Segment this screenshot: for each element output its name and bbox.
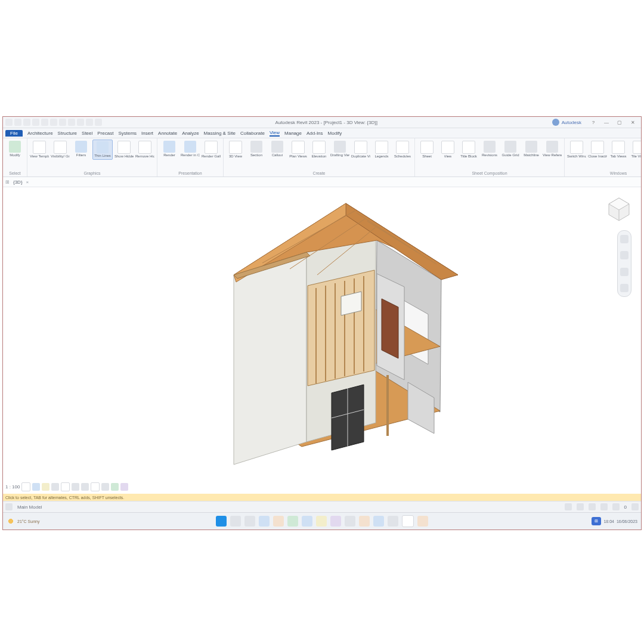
qat-open-icon[interactable] — [41, 119, 48, 126]
worksharing-icon[interactable] — [120, 483, 128, 491]
tool-thin-lines[interactable]: Thin Lines — [92, 140, 113, 160]
select-pinned-icon[interactable] — [589, 503, 596, 510]
tab-structure[interactable]: Structure — [58, 131, 77, 136]
tab-analyze[interactable]: Analyze — [182, 131, 199, 136]
nav-pan-icon[interactable] — [620, 251, 628, 259]
tool-drafting-view[interactable]: Drafting View — [330, 140, 349, 159]
user-avatar-icon[interactable] — [552, 119, 559, 126]
select-face-icon[interactable] — [600, 503, 608, 510]
tool-duplicate-view[interactable]: Duplicate View — [351, 140, 370, 160]
tab-modify[interactable]: Modify — [328, 131, 342, 136]
unlock-3d-icon[interactable] — [91, 482, 100, 491]
tool-close-inactive[interactable]: Close Inactive — [588, 140, 607, 160]
tab-annotate[interactable]: Annotate — [158, 131, 177, 136]
powerpoint-icon[interactable] — [359, 516, 370, 527]
view-scale[interactable]: 1 : 100 — [5, 484, 20, 490]
drawing-viewport[interactable]: 1 : 100 — [3, 187, 641, 494]
tool-render-gallery[interactable]: Render Gallery — [202, 140, 221, 160]
worksets-icon[interactable] — [5, 503, 13, 510]
qat-sync-icon[interactable] — [50, 119, 57, 126]
tool-legends[interactable]: Legends — [372, 140, 391, 160]
shadows-icon[interactable] — [51, 483, 59, 491]
quick-access-toolbar[interactable] — [3, 119, 104, 126]
help-icon[interactable]: ? — [587, 119, 599, 126]
crop-view-icon[interactable] — [72, 483, 79, 491]
tool-modify[interactable]: Modify — [5, 140, 24, 159]
tool-sheet[interactable]: Sheet — [417, 140, 436, 160]
outlook-icon[interactable] — [345, 516, 355, 527]
vscode-icon[interactable] — [373, 516, 384, 527]
visual-style-icon[interactable] — [32, 483, 40, 491]
qat-print-icon[interactable] — [32, 119, 39, 126]
minimize-button[interactable]: ― — [600, 119, 612, 126]
excel-icon[interactable] — [287, 516, 298, 527]
temp-hide-icon[interactable] — [101, 483, 109, 491]
tool-tab-views[interactable]: Tab Views — [609, 140, 628, 160]
tool-title-block[interactable]: Title Block — [459, 140, 478, 160]
chrome-icon[interactable] — [316, 516, 327, 527]
word-icon[interactable] — [302, 516, 312, 527]
qat-undo-icon[interactable] — [14, 119, 21, 126]
tool-render-in-cloud[interactable]: Render in Cloud — [181, 140, 200, 159]
tool-guide-grid[interactable]: Guide Grid — [501, 140, 520, 159]
search-icon[interactable] — [230, 516, 241, 527]
tab-architecture[interactable]: Architecture — [27, 131, 53, 136]
tray-widget-icon[interactable]: ⊞ — [592, 517, 601, 525]
rendering-icon[interactable] — [61, 482, 70, 491]
tab-collaborate[interactable]: Collaborate — [240, 131, 265, 136]
qat-redo-icon[interactable] — [23, 119, 30, 126]
tool-switch-windows[interactable]: Switch Windows — [567, 140, 586, 160]
tool-tile-views[interactable]: Tile Views — [630, 140, 641, 160]
system-tray[interactable]: ⊞ 18:04 16/06/2023 — [592, 517, 637, 525]
tab-steel[interactable]: Steel — [82, 131, 92, 136]
revit-icon[interactable] — [388, 516, 398, 527]
maximize-button[interactable]: ▢ — [614, 119, 626, 126]
tool-section[interactable]: Section — [247, 140, 266, 159]
tool-show-hidden-lines[interactable]: Show Hidden Lines — [114, 140, 134, 160]
tool-render[interactable]: Render — [160, 140, 179, 159]
edge-icon[interactable] — [273, 516, 284, 527]
3d-model[interactable] — [167, 187, 477, 484]
tool-visibility-graphics[interactable]: Visibility/ Graphics — [51, 140, 70, 160]
tab-precast[interactable]: Precast — [97, 131, 113, 136]
tool-plan-views[interactable]: Plan Views — [289, 140, 308, 160]
taskview-icon[interactable] — [244, 516, 255, 527]
tool-view-reference[interactable]: View Reference — [543, 140, 562, 159]
weather-widget[interactable]: 21°C Sunny — [7, 517, 39, 525]
start-button[interactable] — [216, 516, 227, 527]
tool-filters[interactable]: Filters — [72, 140, 91, 159]
main-model-label[interactable]: Main Model — [17, 504, 42, 510]
viewcube[interactable] — [605, 196, 633, 223]
notepad-icon[interactable] — [402, 515, 414, 527]
qat-measure-icon[interactable] — [59, 119, 66, 126]
tab-addins[interactable]: Add-Ins — [306, 131, 323, 136]
tab-insert[interactable]: Insert — [141, 131, 153, 136]
view-tab-close-icon[interactable]: × — [26, 179, 29, 185]
qat-tag-icon[interactable] — [77, 119, 84, 126]
user-area[interactable]: Autodesk — [549, 119, 585, 126]
sun-path-icon[interactable] — [42, 483, 49, 491]
tool-view[interactable]: View — [438, 140, 457, 160]
nav-orbit-icon[interactable] — [620, 284, 628, 292]
nav-zoom-icon[interactable] — [620, 268, 628, 276]
select-underlay-icon[interactable] — [577, 503, 584, 510]
qat-more-icon[interactable] — [95, 119, 102, 126]
tool-matchline[interactable]: Matchline — [522, 140, 541, 159]
autocad-icon[interactable] — [417, 516, 428, 527]
reveal-hidden-icon[interactable] — [111, 483, 119, 491]
explorer-icon[interactable] — [259, 516, 270, 527]
tab-view[interactable]: View — [270, 130, 280, 137]
qat-save-icon[interactable] — [5, 119, 13, 126]
properties-collapse-icon[interactable]: ⊞ — [5, 179, 10, 185]
tab-systems[interactable]: Systems — [118, 131, 137, 136]
crop-region-icon[interactable] — [81, 483, 89, 491]
tool-revisions[interactable]: Revisions — [480, 140, 499, 159]
qat-text-icon[interactable] — [86, 119, 93, 126]
file-tab[interactable]: File — [5, 130, 23, 137]
nav-wheel-icon[interactable] — [620, 235, 628, 243]
drag-elements-icon[interactable] — [612, 503, 620, 510]
view-tab-3d[interactable]: {3D} — [13, 179, 23, 185]
tool-elevation[interactable]: Elevation — [309, 140, 329, 160]
teams-icon[interactable] — [330, 516, 341, 527]
tool-remove-hidden-lines[interactable]: Remove Hidden Lines — [135, 140, 154, 160]
